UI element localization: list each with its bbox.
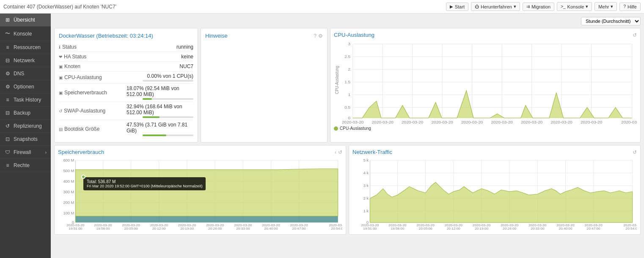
sidebar-item-ubersicht[interactable]: ⊞ Übersicht [0,14,51,27]
memory-chart-refresh-icon[interactable]: ↺ [338,149,342,155]
time-select[interactable]: Stunde (Durchschnitt) Tag (Durchschnitt)… [581,17,641,25]
svg-text:20:40:00: 20:40:00 [559,227,572,231]
svg-text:19:51:00: 19:51:00 [69,227,83,231]
sidebar-item-firewall[interactable]: 🛡 Firewall › [0,146,51,159]
network-chart-panel: Netzwerk-Traffic ↺ [349,145,641,235]
shutdown-button[interactable]: ⏻ Herunterfahren ▾ [471,2,520,11]
sidebar-item-netzwerk[interactable]: ⊟ Netzwerk [0,54,51,67]
svg-text:0: 0 [348,116,351,120]
svg-text:20:12:00: 20:12:00 [152,227,166,231]
svg-text:20:19:00: 20:19:00 [464,124,480,124]
disk-progress-bar [143,134,193,136]
help-button[interactable]: ? Hilfe [619,3,641,11]
sidebar-item-task-history[interactable]: ≡ Task History [0,93,51,107]
swap-row: ↺ SWAP-Auslastung 32.94% (168.64 MiB von… [59,102,193,120]
network-chart-title: Netzwerk-Traffic ↺ [352,149,637,155]
sidebar-item-backup[interactable]: ⊟ Backup [0,107,51,120]
disk-progress-fill [143,134,166,136]
cpu-icon: ▣ [59,75,63,80]
svg-text:20:54:00: 20:54:00 [331,227,342,231]
permissions-icon: ≡ [4,162,11,168]
cpu-chart-legend: CPU-Auslastung [334,126,637,131]
svg-text:20:40:00: 20:40:00 [553,124,570,124]
svg-text:20:33:00: 20:33:00 [236,227,250,231]
info-panel: DockerWasser (Betriebszeit: 03:24:14) ℹ … [54,28,198,143]
swap-progress-fill [143,116,160,118]
cpu-chart-refresh-icon[interactable]: ↺ [633,32,637,38]
svg-text:20:05:00: 20:05:00 [404,124,421,124]
svg-text:2: 2 [348,67,351,71]
sidebar-item-optionen[interactable]: ⚙ Optionen [0,80,51,93]
swap-progress-bar [143,116,193,118]
svg-text:20:19:00: 20:19:00 [475,227,489,231]
sidebar-item-konsole[interactable]: 〜 Konsole [0,27,51,41]
svg-text:3: 3 [348,42,351,46]
svg-text:20:33:00: 20:33:00 [523,124,540,124]
svg-text:20:54:00: 20:54:00 [624,124,637,124]
sidebar-item-rechte[interactable]: ≡ Rechte [0,159,51,172]
svg-text:19:58:00: 19:58:00 [391,227,405,231]
more-button[interactable]: Mehr ▾ [594,2,617,11]
svg-text:20:05:00: 20:05:00 [124,227,138,231]
svg-text:300 M: 300 M [63,190,74,194]
swap-icon: ↺ [59,109,62,113]
svg-text:20:26:00: 20:26:00 [503,227,517,231]
svg-text:20:33:00: 20:33:00 [531,227,545,231]
power-icon: ⏻ [475,4,479,9]
resources-icon: ≡ [4,44,11,50]
network-icon: ⊟ [4,58,11,63]
svg-text:200 M: 200 M [63,200,74,205]
svg-text:1: 1 [348,93,351,97]
start-icon: ▶ [450,4,453,9]
knoten-row: ▣ Knoten NUC7 [59,62,193,71]
network-chart-svg: 5 k 4 k 3 k 2 k 1 k 0 2020-03-20 19:51:0… [352,157,637,231]
sidebar-item-dns[interactable]: ⚙ DNS [0,67,51,80]
ha-status-row: ❤ HA Status keine [59,52,193,62]
backup-icon: ⊟ [4,110,11,116]
firewall-icon: 🛡 [4,149,11,155]
notes-gear-icon[interactable]: ⚙ [318,33,323,39]
memory-row: ▣ Speicherverbrauch 18.07% (92.54 MiB vo… [59,84,193,102]
notes-panel: Hinweise ? ⚙ [201,28,328,143]
sidebar-item-replizierung[interactable]: ↺ Replizierung [0,120,51,133]
cpu-legend-dot [334,126,338,131]
start-button[interactable]: ▶ Start [446,3,468,11]
main-content: Stunde (Durchschnitt) Tag (Durchschnitt)… [51,14,644,258]
memory-progress-fill [143,98,152,100]
sidebar-item-ressourcen[interactable]: ≡ Ressourcen [0,41,51,54]
memory-icon: ▣ [59,91,63,95]
memory-chart-left-icon[interactable]: ‹ [335,149,336,155]
topbar: Container 407 (DockerWasser) auf Knoten … [0,0,644,14]
console-button[interactable]: >_ Konsole ▾ [557,2,592,11]
migration-icon: ⇉ [526,4,530,9]
console-sidebar-icon: 〜 [4,30,11,37]
svg-text:0.5: 0.5 [344,105,350,110]
svg-text:20:47:00: 20:47:00 [583,124,600,124]
time-selector: Stunde (Durchschnitt) Tag (Durchschnitt)… [54,17,641,25]
svg-text:4 k: 4 k [363,171,369,175]
svg-text:1.5: 1.5 [344,80,350,84]
overview-icon: ⊞ [4,17,11,23]
memory-chart-panel: Speicherverbrauch ‹ ↺ Total: 536.87 M Fr… [54,145,346,235]
notes-help-icon[interactable]: ? [314,33,316,39]
svg-text:3 k: 3 k [363,184,369,188]
memory-chart-title: Speicherverbrauch ‹ ↺ [58,149,342,155]
svg-text:20:19:00: 20:19:00 [180,227,194,231]
window-title: Container 407 (DockerWasser) auf Knoten … [3,4,443,10]
svg-text:19:58:00: 19:58:00 [96,227,110,231]
cpu-chart-title: CPU-Auslastung ↺ [334,32,637,38]
dns-icon: ⚙ [4,71,11,77]
sidebar-item-snapshots[interactable]: ⊡ Snapshots [0,133,51,146]
status-info-icon: ℹ [59,45,61,49]
snapshots-icon: ⊡ [4,136,11,142]
network-chart-refresh-icon[interactable]: ↺ [633,149,637,155]
options-icon: ⚙ [4,84,11,90]
svg-text:100 M: 100 M [63,211,74,215]
svg-text:19:51:00: 19:51:00 [363,227,377,231]
info-panel-title: DockerWasser (Betriebszeit: 03:24:14) [59,33,193,39]
migration-button[interactable]: ⇉ Migration [523,3,554,11]
svg-text:19:58:00: 19:58:00 [374,124,391,124]
status-row: ℹ Status running [59,42,193,52]
disk-row: ▤ Bootdisk Größe 47.53% (3.71 GiB von 7.… [59,120,193,138]
memory-progress-bar [143,98,193,100]
